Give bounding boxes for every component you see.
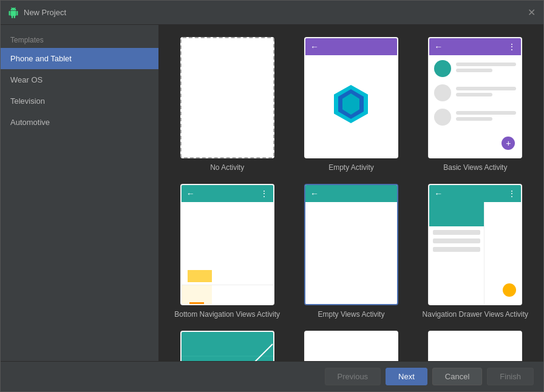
template-game[interactable]: Game Activity — [295, 331, 407, 361]
basic-views-label: Basic Views Activity — [443, 163, 507, 172]
empty-activity-label: Empty Activity — [328, 163, 374, 172]
finish-button[interactable]: Finish — [487, 368, 534, 385]
templates-area: No Activity ← — [159, 25, 543, 361]
empty-views-card: ← — [304, 184, 398, 305]
dialog-content: Templates Phone and Tablet Wear OS Telev… — [1, 25, 543, 361]
template-basic-views[interactable]: ← ⋮ — [420, 37, 531, 172]
next-button[interactable]: Next — [386, 368, 427, 385]
template-empty-views[interactable]: ← Empty Views Activity — [295, 184, 407, 319]
back-arrow-icon: ← — [186, 189, 195, 198]
new-project-dialog: New Project ✕ Templates Phone and Tablet… — [0, 0, 544, 392]
back-arrow-icon: ← — [310, 189, 319, 198]
fab-button: + — [501, 137, 515, 150]
graph-svg — [182, 332, 273, 361]
template-graph[interactable]: Graph Activity — [171, 331, 283, 361]
bottom-bar: Previous Next Cancel Finish — [1, 361, 543, 391]
back-arrow-icon: ← — [434, 189, 443, 198]
sidebar: Templates Phone and Tablet Wear OS Telev… — [1, 25, 159, 361]
empty-views-label: Empty Views Activity — [318, 310, 385, 319]
bottom-navigation-card: ← ⋮ — [180, 184, 274, 305]
template-empty-activity[interactable]: ← Empty Activity — [295, 37, 407, 172]
navigation-drawer-card: ← ⋮ — [428, 184, 522, 305]
cancel-button[interactable]: Cancel — [432, 368, 482, 385]
empty-activity-card: ← — [304, 37, 398, 158]
template-bottom-navigation[interactable]: ← ⋮ — [171, 184, 283, 319]
android-icon — [8, 7, 19, 18]
menu-icon: ⋮ — [508, 189, 516, 198]
close-button[interactable]: ✕ — [526, 8, 536, 18]
no-activity-label: No Activity — [210, 163, 244, 172]
sidebar-item-automotive[interactable]: Automotive — [1, 112, 158, 133]
template-no-activity[interactable]: No Activity — [171, 37, 283, 172]
native-cpp-card: C++ — [428, 331, 522, 361]
hex-icon — [330, 83, 372, 126]
template-native-cpp[interactable]: C++ Native C++ — [420, 331, 531, 361]
dialog-title: New Project — [24, 8, 66, 17]
title-bar: New Project ✕ — [1, 1, 543, 25]
menu-icon: ⋮ — [508, 42, 516, 52]
basic-views-card: ← ⋮ — [428, 37, 522, 158]
bottom-navigation-label: Bottom Navigation Views Activity — [174, 310, 280, 319]
sidebar-item-phone-tablet[interactable]: Phone and Tablet — [1, 48, 158, 69]
back-arrow-icon: ← — [310, 42, 319, 52]
graph-card — [180, 331, 274, 361]
sidebar-item-television[interactable]: Television — [1, 90, 158, 112]
sidebar-section-label: Templates — [1, 30, 158, 48]
sidebar-item-wear-os[interactable]: Wear OS — [1, 69, 158, 90]
game-card — [304, 331, 398, 361]
template-navigation-drawer[interactable]: ← ⋮ — [420, 184, 531, 319]
templates-grid: No Activity ← — [171, 37, 531, 361]
navigation-drawer-label: Navigation Drawer Views Activity — [423, 310, 529, 319]
previous-button[interactable]: Previous — [325, 368, 381, 385]
menu-icon: ⋮ — [260, 189, 268, 198]
no-activity-card — [180, 37, 274, 158]
back-arrow-icon: ← — [434, 42, 443, 52]
